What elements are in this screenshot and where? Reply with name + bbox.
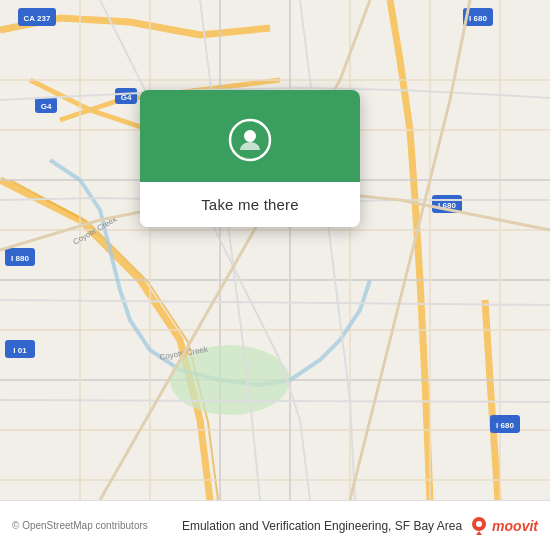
bottom-right-section: Emulation and Verification Engineering, … bbox=[182, 517, 538, 535]
svg-text:I 880: I 880 bbox=[11, 254, 29, 263]
destination-label: Emulation and Verification Engineering, … bbox=[182, 519, 462, 533]
svg-text:CA 237: CA 237 bbox=[24, 14, 51, 23]
map-attribution: © OpenStreetMap contributors bbox=[12, 520, 148, 531]
svg-text:I 680: I 680 bbox=[469, 14, 487, 23]
map-background: CA 237 I 880 I 680 I 680 I 680 I 01 G4 G… bbox=[0, 0, 550, 500]
svg-point-39 bbox=[476, 521, 482, 527]
svg-text:I 01: I 01 bbox=[13, 346, 27, 355]
popup-header bbox=[140, 90, 360, 182]
svg-rect-0 bbox=[0, 0, 550, 500]
svg-point-37 bbox=[244, 130, 256, 142]
take-me-there-button[interactable]: Take me there bbox=[140, 182, 360, 227]
moovit-logo: moovit bbox=[470, 517, 538, 535]
svg-text:I 680: I 680 bbox=[496, 421, 514, 430]
location-pin-icon bbox=[228, 118, 272, 162]
bottom-bar: © OpenStreetMap contributors Emulation a… bbox=[0, 500, 550, 550]
moovit-pin-icon bbox=[470, 517, 488, 535]
svg-text:G4: G4 bbox=[41, 102, 52, 111]
moovit-wordmark: moovit bbox=[492, 518, 538, 534]
map-container: CA 237 I 880 I 680 I 680 I 680 I 01 G4 G… bbox=[0, 0, 550, 500]
location-popup: Take me there bbox=[140, 90, 360, 227]
